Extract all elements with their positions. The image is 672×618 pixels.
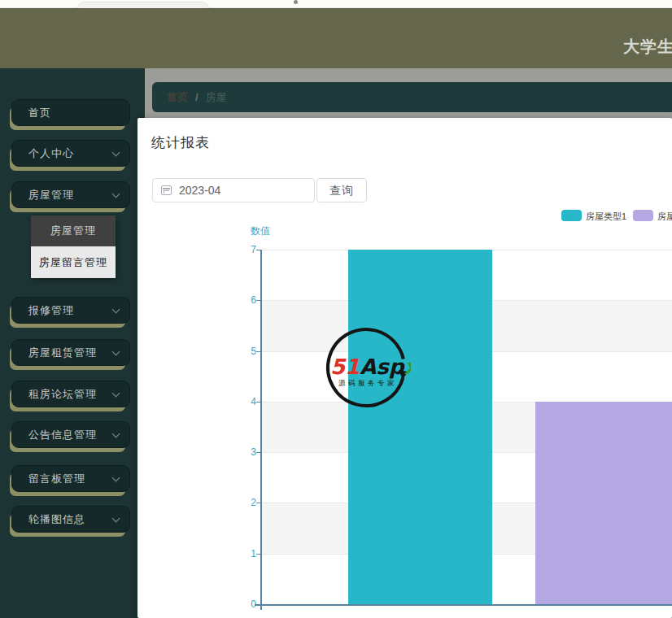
submenu-item-house-message-mgmt[interactable]: 房屋留言管理	[31, 246, 116, 278]
sidebar-item-label: 租房论坛管理	[28, 388, 97, 400]
app-header: 大学生	[0, 8, 672, 68]
y-tick-label: 6	[238, 294, 256, 306]
y-axis-line	[260, 250, 262, 606]
sidebar-item-messageboard-mgmt[interactable]: 留言板管理	[11, 465, 130, 492]
x-axis-tick	[260, 606, 262, 610]
chevron-down-icon	[112, 474, 120, 482]
app-root: 大学生 首页 个人中心 房屋管理 房屋管理 房屋留言管理 报修管理 房屋租赁管理…	[0, 0, 672, 618]
sidebar-item-profile[interactable]: 个人中心	[11, 140, 130, 167]
stats-dialog: 统计报表 2023-04 查询 房屋类型1 房屋类型2 数值 01234567 …	[137, 118, 672, 618]
sidebar-item-label: 公告信息管理	[28, 429, 97, 441]
sidebar-item-label: 首页	[28, 107, 51, 119]
watermark-text: 51Aspx	[330, 355, 411, 379]
y-tick-label: 4	[238, 396, 256, 407]
bar-房屋类型1[interactable]	[348, 250, 492, 604]
x-axis-line	[255, 604, 672, 606]
chevron-down-icon	[112, 149, 120, 157]
sidebar-item-notice-mgmt[interactable]: 公告信息管理	[11, 421, 130, 448]
sidebar: 首页 个人中心 房屋管理 房屋管理 房屋留言管理 报修管理 房屋租赁管理 租房论…	[0, 68, 145, 618]
breadcrumb-separator: /	[195, 91, 199, 103]
y-tick-label: 0	[238, 598, 256, 610]
submenu-item-house-mgmt[interactable]: 房屋管理	[31, 215, 116, 246]
breadcrumb: 首页 / 房屋	[152, 82, 672, 112]
sidebar-item-label: 个人中心	[28, 147, 74, 159]
chevron-down-icon	[112, 306, 120, 314]
watermark-subtext: 源码服务专家	[338, 379, 397, 387]
breadcrumb-current: 房屋	[206, 90, 227, 105]
sidebar-item-label: 房屋管理	[28, 189, 74, 201]
sidebar-item-home[interactable]: 首页	[11, 99, 130, 126]
sidebar-item-label: 报修管理	[28, 304, 74, 316]
bar-房屋类型2[interactable]	[535, 402, 672, 604]
house-mgmt-submenu: 房屋管理 房屋留言管理	[31, 215, 116, 278]
51aspx-watermark-logo: 51Aspx 源码服务专家	[321, 323, 411, 412]
sidebar-item-repair-mgmt[interactable]: 报修管理	[11, 297, 130, 324]
y-tick-label: 2	[238, 497, 256, 508]
chevron-down-icon	[112, 348, 120, 356]
sidebar-item-carousel-info[interactable]: 轮播图信息	[11, 506, 130, 533]
sidebar-item-forum-mgmt[interactable]: 租房论坛管理	[11, 381, 130, 407]
app-title: 大学生	[623, 36, 672, 58]
chevron-down-icon	[112, 190, 120, 198]
sidebar-item-house-mgmt[interactable]: 房屋管理	[11, 181, 130, 208]
y-tick-label: 5	[238, 346, 256, 357]
browser-dot-icon	[294, 0, 298, 4]
y-tick-label: 7	[238, 244, 256, 255]
sidebar-item-rental-mgmt[interactable]: 房屋租赁管理	[11, 339, 130, 366]
chevron-down-icon	[112, 430, 120, 438]
chevron-down-icon	[112, 515, 120, 523]
chevron-down-icon	[112, 390, 120, 398]
sidebar-item-label: 留言板管理	[28, 472, 85, 485]
breadcrumb-home[interactable]: 首页	[167, 90, 188, 105]
browser-strip	[0, 0, 672, 8]
sidebar-item-label: 房屋租赁管理	[28, 346, 97, 359]
y-tick-label: 3	[238, 446, 256, 458]
y-tick-label: 1	[238, 548, 256, 559]
sidebar-item-label: 轮播图信息	[28, 513, 85, 525]
